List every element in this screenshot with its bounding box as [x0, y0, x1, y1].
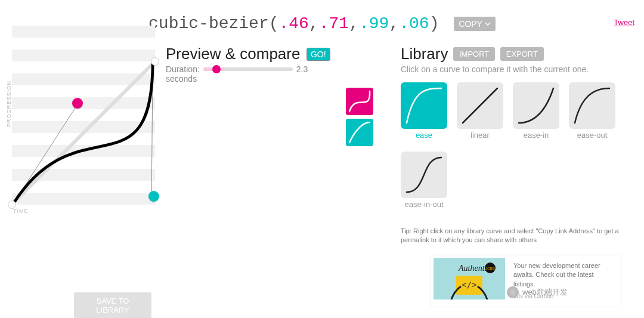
duration-value: 2.3 — [296, 64, 308, 74]
watermark: web前端开发 — [507, 286, 568, 298]
svg-text:JOBS: JOBS — [485, 267, 495, 270]
library-tile — [401, 152, 447, 198]
svg-text:</>: </> — [462, 280, 476, 289]
curve-canvas — [12, 26, 155, 234]
library-item-label: linear — [470, 131, 490, 140]
control-handle-p2[interactable] — [148, 191, 159, 202]
library-item-ease-in[interactable]: ease-in — [513, 82, 559, 140]
library-item-label: ease-in — [524, 131, 549, 140]
library-item-label: ease-in-out — [404, 200, 443, 209]
save-to-library-button[interactable]: SAVE TO LIBRARY — [74, 292, 151, 318]
library-item-linear[interactable]: linear — [457, 82, 503, 140]
endpoint-start — [8, 200, 16, 209]
go-button[interactable]: GO! — [306, 48, 330, 61]
axis-label-y: PROGRESSION — [6, 81, 12, 127]
bezier-graph[interactable]: PROGRESSION TIME — [12, 61, 161, 234]
library-tile — [513, 82, 559, 129]
watermark-icon — [507, 286, 519, 298]
fn-name: cubic-bezier — [148, 14, 269, 33]
export-button[interactable]: EXPORT — [500, 47, 544, 61]
ad-text: Your new development career awaits. Chec… — [513, 261, 616, 289]
library-item-ease-out[interactable]: ease-out — [569, 82, 615, 140]
carbon-ad[interactable]: Authentic JOBS </> Your new development … — [431, 255, 621, 307]
p2y-value[interactable]: .06 — [399, 14, 429, 33]
duration-slider[interactable] — [203, 67, 293, 71]
axis-label-x: TIME — [13, 208, 29, 236]
preview-swatch-custom[interactable] — [346, 88, 373, 115]
library-item-ease[interactable]: ease — [401, 82, 447, 140]
tweet-link[interactable]: Tweet — [614, 18, 634, 27]
copy-button[interactable]: COPY — [454, 17, 496, 31]
library-tip: Tip: Right click on any library curve an… — [401, 227, 627, 245]
endpoint-end — [151, 57, 159, 66]
duration-label: Duration: — [166, 64, 200, 74]
library-desc: Click on a curve to compare it with the … — [401, 64, 638, 74]
ad-image: Authentic JOBS </> — [434, 258, 505, 300]
library-item-label: ease-out — [577, 131, 608, 140]
p2x-value[interactable]: .99 — [359, 14, 389, 33]
library-item-label: ease — [416, 131, 432, 140]
library-tile — [569, 82, 615, 129]
import-button[interactable]: IMPORT — [453, 47, 495, 61]
library-tile — [457, 82, 503, 129]
library-item-ease-in-out[interactable]: ease-in-out — [401, 152, 447, 209]
preview-swatch-compare[interactable] — [346, 119, 373, 146]
preview-title: Preview & compare — [166, 45, 300, 63]
library-title: Library — [401, 45, 448, 63]
library-tile — [401, 82, 447, 129]
p1x-value[interactable]: .46 — [279, 14, 309, 33]
control-handle-p1[interactable] — [72, 98, 83, 109]
chevron-down-icon — [485, 22, 491, 26]
duration-unit: seconds — [166, 74, 346, 84]
p1y-value[interactable]: .71 — [319, 14, 349, 33]
